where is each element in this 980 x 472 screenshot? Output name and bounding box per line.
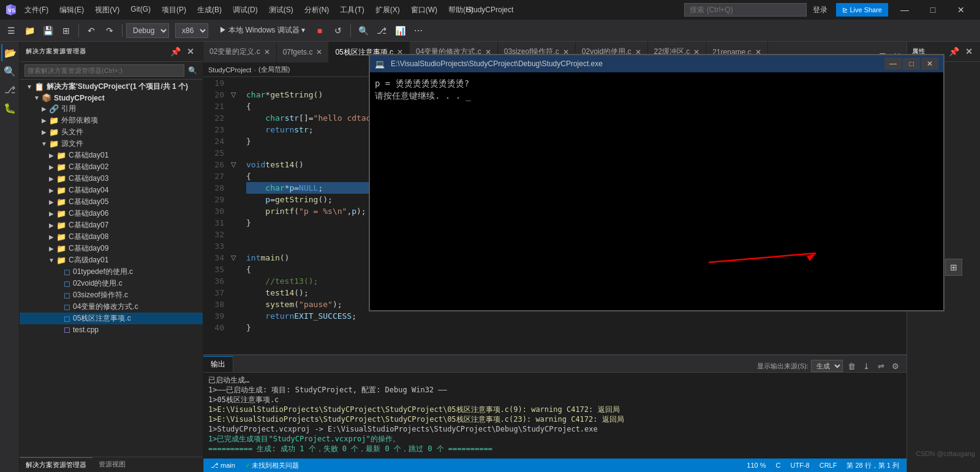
maximize-button[interactable]: □ [919, 0, 947, 20]
tree-c-day06[interactable]: ▶ 📁 C基础day06 [20, 208, 203, 219]
status-line-ending[interactable]: CRLF [817, 462, 840, 469]
toolbar-undo[interactable]: ↶ [83, 22, 100, 39]
fold-btn-20[interactable]: ▽ [228, 89, 239, 101]
tree-source-files[interactable]: ▼ 📁 源文件 [20, 138, 203, 150]
tree-c-day08[interactable]: ▶ 📁 C基础day08 [20, 231, 203, 243]
tree-solution[interactable]: ▼ 📋 解决方案'StudyCProject'(1 个项目/共 1 个) [20, 81, 203, 93]
status-encoding[interactable]: UTF-8 [788, 462, 812, 469]
menu-file[interactable]: 文件(F) [20, 2, 53, 18]
status-git[interactable]: ⎇ main [208, 462, 238, 470]
status-zoom[interactable]: 110 % [744, 462, 768, 469]
toolbar-stop[interactable]: ■ [311, 22, 328, 39]
bc-project[interactable]: StudyCProject [208, 66, 251, 74]
tree-file-03sizeof[interactable]: ◻ 03sizeof操作符.c [20, 289, 203, 301]
chevron-right-icon: ▶ [47, 187, 56, 194]
tab-02var[interactable]: 02变量的定义.c ✕ [203, 42, 277, 63]
menu-view[interactable]: 视图(V) [90, 2, 124, 18]
file-label: test.cpp [73, 325, 99, 334]
menu-edit[interactable]: 编辑(E) [55, 2, 89, 18]
source-dropdown[interactable]: 生成 [811, 360, 843, 372]
console-minimize-btn[interactable]: — [884, 58, 902, 70]
tree-headers[interactable]: ▶ 📁 头文件 [20, 126, 203, 138]
toolbar-save-all[interactable]: ⊞ [58, 22, 75, 39]
menu-test[interactable]: 测试(S) [264, 2, 298, 18]
output-scroll-lock-btn[interactable]: ⤓ [860, 360, 872, 372]
output-clear-btn[interactable]: 🗑 [845, 360, 858, 372]
activity-explorer[interactable]: 📂 [1, 44, 18, 61]
output-tab-output[interactable]: 输出 [203, 356, 233, 372]
debug-config-dropdown[interactable]: Debug [126, 23, 169, 38]
status-language[interactable]: C [774, 462, 783, 469]
folder-icon: 📁 [56, 162, 66, 172]
sidebar-tab-solution[interactable]: 解决方案资源管理器 [20, 457, 92, 472]
tree-file-04var[interactable]: ◻ 04变量的修改方式.c [20, 301, 203, 313]
tree-c-adv-day01[interactable]: ▼ 📁 C高级day01 [20, 254, 203, 266]
menu-window[interactable]: 窗口(W) [406, 2, 442, 18]
login-button[interactable]: 登录 [809, 4, 831, 17]
activity-debug[interactable]: 🐛 [1, 99, 18, 116]
tab-07fgets[interactable]: 07fgets.c ✕ [277, 42, 330, 63]
tree-c-day09[interactable]: ▶ 📁 C基础day09 [20, 243, 203, 254]
tree-c-day02[interactable]: ▶ 📁 C基础day02 [20, 161, 203, 173]
menu-project[interactable]: 项目(P) [157, 2, 191, 18]
run-button[interactable]: ▶ 本地 Windows 调试器 ▾ [214, 23, 310, 38]
tree-c-day04[interactable]: ▶ 📁 C基础day04 [20, 185, 203, 196]
close-button[interactable]: ✕ [947, 0, 975, 20]
toolbar-git[interactable]: ⎇ [373, 22, 390, 39]
bc-scope[interactable]: (全局范围) [258, 65, 290, 74]
platform-dropdown[interactable]: x86 [175, 23, 208, 38]
sidebar-tab-resource[interactable]: 资源视图 [92, 457, 132, 472]
chevron-down-icon: ▼ [24, 83, 34, 90]
sidebar-pin-btn[interactable]: 📌 [170, 45, 182, 58]
c-file-icon: ◻ [64, 267, 70, 276]
activity-git[interactable]: ⎇ [1, 81, 18, 98]
tree-project[interactable]: ▼ 📦 StudyCProject [20, 93, 203, 103]
console-maximize-btn[interactable]: □ [903, 58, 920, 70]
sidebar-search-input[interactable] [24, 64, 184, 77]
right-panel-pin-btn[interactable]: 📌 [948, 45, 960, 58]
menu-debug[interactable]: 调试(D) [228, 2, 263, 18]
tree-file-05stack[interactable]: ◻ 05栈区注意事项.c [20, 313, 203, 324]
rp-grid-btn[interactable]: ⊞ [945, 259, 962, 276]
toolbar-perf[interactable]: 📊 [391, 22, 409, 39]
toolbar-new[interactable]: ☰ [2, 22, 20, 39]
output-word-wrap-btn[interactable]: ⇌ [875, 360, 887, 372]
fold-btn-34[interactable]: ▽ [228, 252, 239, 264]
live-share-button[interactable]: ⊵ Live Share [836, 3, 888, 17]
menu-tools[interactable]: 工具(T) [335, 2, 369, 18]
toolbar-restart[interactable]: ↺ [330, 22, 347, 39]
tab-close-icon[interactable]: ✕ [264, 48, 270, 56]
menu-analyze[interactable]: 分析(N) [300, 2, 334, 18]
menu-build[interactable]: 生成(B) [192, 2, 227, 18]
tree-c-day03[interactable]: ▶ 📁 C基础day03 [20, 173, 203, 185]
toolbar-save[interactable]: 💾 [39, 22, 56, 39]
tree-c-day07[interactable]: ▶ 📁 C基础day07 [20, 219, 203, 231]
tree-file-test[interactable]: ◻ test.cpp [20, 324, 203, 335]
menu-git[interactable]: Git(G) [126, 2, 156, 18]
status-check[interactable]: ✓ 未找到相关问题 [243, 461, 301, 470]
minimize-button[interactable]: — [891, 0, 919, 20]
code-line-40: } [246, 322, 888, 333]
tree-references[interactable]: ▶ 🔗 引用 [20, 103, 203, 115]
menu-extensions[interactable]: 扩展(X) [371, 2, 405, 18]
toolbar-redo[interactable]: ↷ [101, 22, 118, 39]
tree-file-01typedef[interactable]: ◻ 01typedef的使用.c [20, 266, 203, 278]
right-panel-close-btn[interactable]: ✕ [963, 45, 975, 58]
status-position[interactable]: 第 28 行，第 1 列 [844, 461, 902, 470]
tree-c-day05[interactable]: ▶ 📁 C基础day05 [20, 196, 203, 208]
console-close-btn[interactable]: ✕ [921, 58, 938, 70]
tree-external-deps[interactable]: ▶ 📁 外部依赖项 [20, 115, 203, 126]
tree-c-day01[interactable]: ▶ 📁 C基础day01 [20, 150, 203, 161]
sidebar-search-icon[interactable]: 🔍 [187, 65, 198, 76]
toolbar-more[interactable]: ⋯ [410, 22, 427, 39]
tab-close-icon[interactable]: ✕ [316, 48, 322, 56]
toolbar-open[interactable]: 📁 [21, 22, 38, 39]
output-settings-btn[interactable]: ⚙ [889, 360, 902, 372]
toolbar-search[interactable]: 🔍 [355, 22, 372, 39]
tree-file-02void[interactable]: ◻ 02void的使用.c [20, 278, 203, 289]
global-search-input[interactable] [684, 3, 807, 17]
sidebar-close-btn[interactable]: ✕ [184, 45, 197, 58]
fold-btn-26[interactable]: ▽ [228, 159, 239, 170]
activity-search[interactable]: 🔍 [1, 63, 18, 80]
folder-label: C基础day01 [69, 150, 108, 161]
